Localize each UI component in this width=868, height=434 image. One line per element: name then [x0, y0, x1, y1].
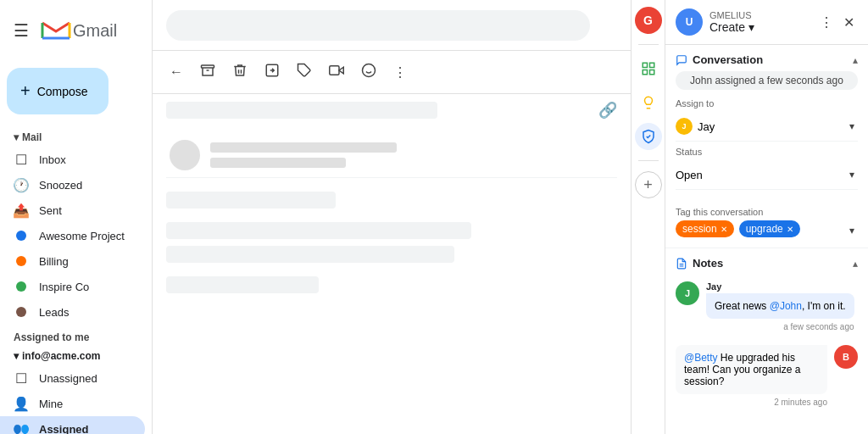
- sidebar-item-label: Unassigned: [39, 372, 97, 385]
- close-panel-button[interactable]: ✕: [840, 11, 858, 34]
- gmail-logo-svg: [41, 19, 71, 42]
- assigned-badge: John assigned a few seconds ago: [676, 71, 858, 90]
- svg-rect-9: [649, 63, 654, 67]
- right-panel-actions: ⋮ ✕: [816, 11, 858, 34]
- email-lines: [210, 142, 614, 168]
- status-dropdown-button[interactable]: ▾: [846, 165, 858, 184]
- sidebar-item-inbox[interactable]: ☐ Inbox: [0, 147, 145, 172]
- tag-upgrade-label: upgrade: [746, 223, 783, 235]
- right-panel: U GMELIUS Create ▾ ⋮ ✕ Conversation: [665, 0, 868, 434]
- billing-icon: [14, 253, 29, 269]
- sidebar-item-mine[interactable]: 👤 Mine: [0, 391, 145, 416]
- notes-chevron-up-icon: ▴: [853, 258, 858, 270]
- notes-title: Notes: [676, 257, 723, 270]
- bulb-icon[interactable]: [635, 89, 662, 116]
- check-shield-icon[interactable]: [635, 123, 662, 150]
- archive-button[interactable]: [193, 58, 222, 86]
- link-icon[interactable]: 🔗: [598, 101, 617, 120]
- account-label[interactable]: ▾ info@acme.com: [0, 347, 152, 365]
- right-panel-user: U GMELIUS Create ▾: [676, 8, 754, 36]
- compose-button[interactable]: + Compose: [7, 68, 108, 114]
- status-label: Status: [676, 147, 858, 157]
- tag-session-close-icon[interactable]: ✕: [721, 225, 727, 234]
- search-input[interactable]: [166, 10, 590, 41]
- sidebar-item-label: Inbox: [39, 153, 66, 166]
- email-list: 🔗: [153, 94, 631, 434]
- sidebar-item-label: Billing: [39, 255, 69, 268]
- sidebar-item-billing[interactable]: Billing: [0, 248, 145, 274]
- mine-icon: 👤: [14, 396, 29, 411]
- sidebar-item-label: Leads: [39, 306, 69, 319]
- grid-icon[interactable]: [635, 55, 662, 82]
- tag-label: Tag this conversation: [676, 207, 858, 217]
- gmelius-logo-icon[interactable]: G: [635, 7, 662, 34]
- more-button[interactable]: ⋮: [387, 59, 414, 86]
- tag-session[interactable]: session ✕: [676, 220, 734, 237]
- note-time-2: 2 minutes ago: [676, 398, 827, 407]
- sidebar-item-leads[interactable]: Leads: [0, 299, 145, 325]
- sidebar-item-inspire-co[interactable]: Inspire Co: [0, 274, 145, 299]
- compose-label: Compose: [37, 85, 88, 98]
- svg-rect-11: [649, 70, 654, 75]
- status-row: Open ▾: [676, 160, 858, 190]
- sidebar-item-awesome-project[interactable]: Awesome Project: [0, 223, 145, 248]
- tag-upgrade-close-icon[interactable]: ✕: [787, 225, 793, 234]
- gmelius-rail: G +: [631, 0, 665, 434]
- tags-dropdown-button[interactable]: ▾: [846, 221, 858, 240]
- tags-row: session ✕ upgrade ✕: [676, 220, 800, 237]
- rail-divider: [638, 44, 659, 45]
- delete-button[interactable]: [225, 58, 254, 86]
- email-line-2: [210, 158, 346, 168]
- label-button[interactable]: [290, 58, 319, 86]
- assign-to-label: Assign to: [676, 98, 858, 108]
- note-item-2: B @Betty He upgraded his team! Can you o…: [665, 338, 868, 414]
- status-value: Open: [676, 169, 703, 181]
- sidebar-item-sent[interactable]: 📤 Sent: [0, 198, 145, 223]
- assign-dropdown-button[interactable]: ▾: [846, 117, 858, 136]
- move-button[interactable]: [258, 58, 287, 86]
- right-panel-title: GMELIUS Create ▾: [709, 10, 754, 34]
- avatar: [170, 140, 200, 170]
- sidebar-item-label: Sent: [39, 204, 62, 217]
- sidebar-item-unassigned[interactable]: ☐ Unassigned: [0, 365, 145, 391]
- note-item-1: J Jay Great news @John, I'm on it. a few…: [665, 275, 868, 338]
- sent-icon: 📤: [14, 203, 29, 218]
- awesome-project-icon: [14, 228, 29, 243]
- user-avatar: U: [676, 8, 703, 36]
- tag-session-label: session: [682, 223, 717, 235]
- mail-section[interactable]: ▾ Mail: [0, 128, 152, 147]
- mention-betty: @Betty: [684, 352, 718, 364]
- gmelius-label: GMELIUS: [709, 10, 754, 20]
- conversation-icon: [676, 54, 687, 66]
- create-button[interactable]: Create ▾: [709, 20, 754, 34]
- chevron-up-icon: ▴: [853, 54, 858, 66]
- notes-section-header: Notes ▴: [665, 248, 868, 275]
- back-button[interactable]: ←: [163, 59, 190, 85]
- leads-icon: [14, 304, 29, 320]
- video-button[interactable]: [322, 58, 351, 86]
- menu-icon[interactable]: ☰: [7, 14, 36, 47]
- sidebar-item-snoozed[interactable]: 🕐 Snoozed: [0, 172, 145, 198]
- tag-upgrade[interactable]: upgrade ✕: [739, 220, 800, 237]
- emoji-button[interactable]: [354, 58, 383, 86]
- email-content: [210, 142, 614, 168]
- assignee-avatar: J: [676, 118, 693, 135]
- note-bubble-1: Great news @John, I'm on it.: [706, 293, 854, 319]
- note-content-2: @Betty He upgraded his team! Can you org…: [676, 345, 827, 407]
- notes-icon: [676, 258, 687, 270]
- note-avatar-betty: B: [834, 345, 858, 369]
- svg-rect-4: [330, 66, 339, 75]
- right-panel-header: U GMELIUS Create ▾ ⋮ ✕: [665, 0, 868, 45]
- chevron-down-icon: ▾: [14, 350, 19, 362]
- conversation-title: Conversation: [676, 53, 763, 66]
- note-avatar-jay: J: [676, 281, 699, 305]
- more-options-button[interactable]: ⋮: [816, 11, 837, 34]
- add-rail-button[interactable]: +: [635, 171, 662, 198]
- snoozed-icon: 🕐: [14, 177, 29, 192]
- compose-plus-icon: +: [20, 81, 31, 101]
- sidebar-item-label: Mine: [39, 398, 63, 410]
- assign-to-row: J Jay ▾: [676, 112, 858, 142]
- note-content-1: Jay Great news @John, I'm on it. a few s…: [706, 281, 854, 331]
- sidebar-item-label: Assigned: [39, 423, 89, 435]
- sidebar-item-assigned[interactable]: 👥 Assigned: [0, 416, 145, 434]
